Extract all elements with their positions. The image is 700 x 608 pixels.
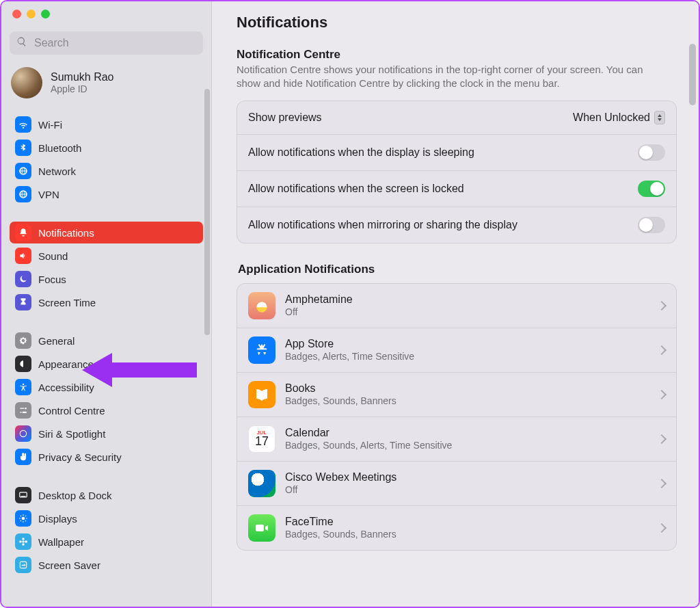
wifi-icon — [15, 116, 31, 133]
svg-rect-14 — [256, 525, 264, 531]
calendar-day: 17 — [255, 435, 269, 447]
allow-sleeping-toggle[interactable] — [638, 144, 665, 161]
search-input[interactable] — [33, 36, 196, 50]
sidebar-item-network[interactable]: Network — [10, 160, 203, 182]
allow-locked-toggle[interactable] — [638, 181, 665, 197]
app-row-calendar[interactable]: JUL17CalendarBadges, Sounds, Alerts, Tim… — [237, 417, 676, 461]
sidebar-item-label: Screen Time — [38, 297, 96, 308]
svg-point-8 — [22, 543, 25, 546]
show-previews-row[interactable]: Show previews When Unlocked — [237, 101, 676, 134]
zoom-window-button[interactable] — [41, 10, 50, 18]
chevron-right-icon — [657, 389, 667, 399]
app-name: App Store — [285, 338, 649, 350]
app-sub: Badges, Sounds, Banners — [285, 395, 649, 406]
notification-centre-desc: Notification Centre shows your notificat… — [237, 63, 660, 91]
sidebar: Sumukh Rao Apple ID Wi-FiBluetoothNetwor… — [1, 1, 212, 607]
notification-centre-title: Notification Centre — [237, 48, 677, 62]
focus-icon — [15, 271, 31, 287]
sidebar-item-privacy[interactable]: Privacy & Security — [10, 446, 203, 468]
profile-name: Sumukh Rao — [51, 71, 114, 83]
main-scrollbar[interactable] — [689, 44, 696, 105]
main-content: Notifications Notification Centre Notifi… — [212, 1, 699, 607]
sidebar-item-accessibility[interactable]: Accessibility — [10, 376, 203, 398]
sidebar-item-general[interactable]: General — [10, 330, 203, 352]
sidebar-item-label: Focus — [38, 274, 66, 285]
sidebar-item-label: Siri & Spotlight — [38, 428, 105, 440]
close-window-button[interactable] — [12, 10, 21, 18]
sidebar-item-displays[interactable]: Displays — [10, 507, 203, 529]
app-name: Calendar — [285, 427, 649, 439]
allow-mirroring-row: Allow notifications when mirroring or sh… — [237, 207, 676, 243]
bluetooth-icon — [15, 140, 31, 156]
allow-mirroring-toggle[interactable] — [638, 217, 665, 233]
app-row-amphetamine[interactable]: AmphetamineOff — [237, 284, 676, 328]
minimize-window-button[interactable] — [27, 10, 36, 18]
controlcentre-icon — [15, 402, 31, 419]
sidebar-item-bluetooth[interactable]: Bluetooth — [10, 137, 203, 159]
apps-panel: AmphetamineOffApp StoreBadges, Alerts, T… — [237, 283, 677, 551]
app-sub: Badges, Sounds, Banners — [285, 529, 649, 540]
application-notifications-title: Application Notifications — [238, 263, 677, 276]
app-name: Amphetamine — [285, 293, 649, 306]
sidebar-item-label: Desktop & Dock — [38, 490, 112, 501]
screentime-icon — [15, 294, 31, 310]
svg-point-5 — [22, 517, 25, 520]
sidebar-item-label: Accessibility — [38, 382, 94, 393]
app-sub: Off — [285, 484, 649, 495]
sidebar-item-label: Network — [38, 166, 76, 177]
general-icon — [15, 332, 31, 349]
sidebar-item-siri[interactable]: Siri & Spotlight — [10, 423, 203, 445]
window-controls — [1, 1, 211, 25]
sidebar-list: Wi-FiBluetoothNetworkVPNNotificationsSou… — [1, 109, 211, 607]
search-field[interactable] — [10, 31, 203, 55]
sidebar-item-screentime[interactable]: Screen Time — [10, 291, 203, 313]
webex-app-icon — [248, 470, 275, 497]
displays-icon — [15, 510, 31, 527]
svg-point-6 — [22, 540, 25, 543]
svg-rect-11 — [20, 561, 26, 568]
apple-id-row[interactable]: Sumukh Rao Apple ID — [1, 60, 211, 109]
chevron-right-icon — [657, 523, 667, 532]
show-previews-dropdown[interactable]: When Unlocked — [573, 111, 665, 124]
sidebar-item-label: Wallpaper — [38, 536, 84, 548]
sidebar-item-screensaver[interactable]: Screen Saver — [10, 554, 203, 576]
settings-panel: Show previews When Unlocked Allow notifi… — [237, 101, 677, 243]
sidebar-scrollbar[interactable] — [204, 89, 210, 335]
accessibility-icon — [15, 379, 31, 395]
app-name: Books — [285, 382, 649, 395]
app-row-appstore[interactable]: App StoreBadges, Alerts, Time Sensitive — [237, 328, 676, 372]
sidebar-item-wallpaper[interactable]: Wallpaper — [10, 531, 203, 553]
show-previews-label: Show previews — [248, 111, 322, 124]
svg-point-10 — [25, 540, 27, 543]
app-row-books[interactable]: BooksBadges, Sounds, Banners — [237, 372, 676, 417]
app-row-webex[interactable]: Cisco Webex MeetingsOff — [237, 461, 676, 505]
privacy-icon — [15, 449, 31, 465]
chevron-right-icon — [657, 345, 667, 354]
sidebar-item-vpn[interactable]: VPN — [10, 183, 203, 205]
sidebar-item-notifications[interactable]: Notifications — [10, 222, 203, 243]
sidebar-item-label: Sound — [38, 250, 68, 262]
stepper-icon — [654, 111, 665, 124]
sidebar-item-desktop[interactable]: Desktop & Dock — [10, 484, 203, 506]
app-row-facetime[interactable]: FaceTimeBadges, Sounds, Banners — [237, 505, 676, 550]
sidebar-item-wifi[interactable]: Wi-Fi — [10, 114, 203, 135]
app-sub: Badges, Alerts, Time Sensitive — [285, 351, 649, 362]
amphetamine-app-icon — [248, 292, 275, 319]
sidebar-item-appearance[interactable]: Appearance — [10, 353, 203, 375]
chevron-right-icon — [657, 300, 667, 310]
allow-locked-label: Allow notifications when the screen is l… — [248, 183, 464, 195]
network-icon — [15, 163, 31, 179]
appstore-app-icon — [248, 336, 275, 364]
svg-point-9 — [19, 540, 22, 543]
svg-rect-4 — [21, 496, 26, 497]
allow-sleeping-label: Allow notifications when the display is … — [248, 146, 474, 159]
sidebar-item-focus[interactable]: Focus — [10, 268, 203, 290]
sidebar-item-controlcentre[interactable]: Control Centre — [10, 399, 203, 421]
sidebar-item-sound[interactable]: Sound — [10, 245, 203, 267]
app-sub: Off — [285, 306, 649, 317]
sidebar-item-label: Wi-Fi — [38, 119, 62, 131]
allow-sleeping-row: Allow notifications when the display is … — [237, 134, 676, 170]
settings-window: Sumukh Rao Apple ID Wi-FiBluetoothNetwor… — [0, 0, 700, 608]
app-name: FaceTime — [285, 516, 649, 528]
sound-icon — [15, 248, 31, 264]
